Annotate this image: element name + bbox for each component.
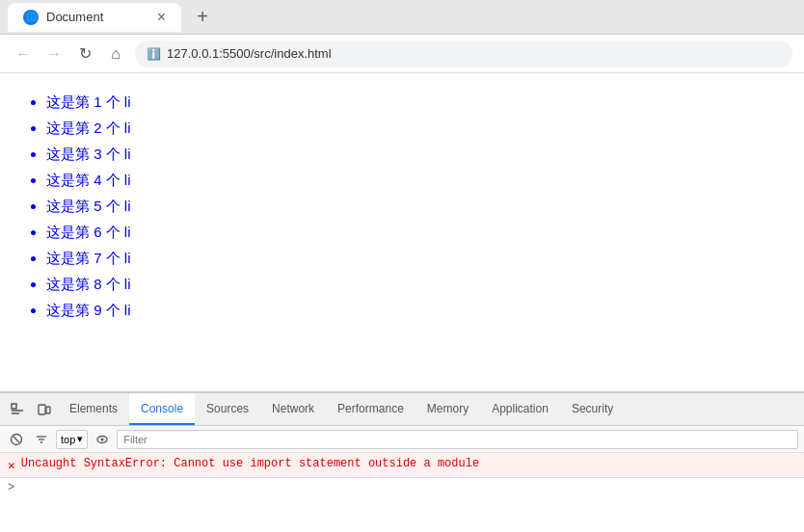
svg-point-11 xyxy=(101,438,104,440)
browser-tab[interactable]: 🌐 Document × xyxy=(8,3,181,32)
list-item: 这是第 3 个 li xyxy=(46,141,781,167)
tab-close-button[interactable]: × xyxy=(157,10,166,25)
context-selector[interactable]: top ▾ xyxy=(56,430,88,449)
eye-icon-button[interactable] xyxy=(92,429,113,450)
devtools-panel: ElementsConsoleSourcesNetworkPerformance… xyxy=(0,391,804,532)
devtools-tab-security[interactable]: Security xyxy=(560,393,625,425)
address-bar-container: ← → ↻ ⌂ ℹ️ 127.0.0.1:5500/src/index.html xyxy=(0,35,804,73)
list-item: 这是第 2 个 li xyxy=(46,115,781,141)
list-item: 这是第 6 个 li xyxy=(46,219,781,245)
svg-line-6 xyxy=(13,436,20,442)
url-bar[interactable]: ℹ️ 127.0.0.1:5500/src/index.html xyxy=(135,40,792,67)
console-error-message: ✕ Uncaught SyntaxError: Cannot use impor… xyxy=(0,453,804,478)
clear-console-button[interactable] xyxy=(6,429,27,450)
list-container: 这是第 1 个 li这是第 2 个 li这是第 3 个 li这是第 4 个 li… xyxy=(23,89,781,323)
devtools-tab-network[interactable]: Network xyxy=(260,393,326,425)
console-output: ✕ Uncaught SyntaxError: Cannot use impor… xyxy=(0,453,804,532)
tab-title: Document xyxy=(46,10,103,24)
list-item: 这是第 4 个 li xyxy=(46,167,781,193)
devtools-tab-application[interactable]: Application xyxy=(480,393,560,425)
context-label: top xyxy=(61,434,75,445)
tab-favicon-icon: 🌐 xyxy=(23,10,39,25)
new-tab-button[interactable]: + xyxy=(189,4,216,31)
ssl-lock-icon: ℹ️ xyxy=(147,47,161,61)
console-filter-input[interactable] xyxy=(117,430,798,449)
devtools-tabs: ElementsConsoleSourcesNetworkPerformance… xyxy=(58,393,800,425)
list-item: 这是第 5 个 li xyxy=(46,193,781,219)
reload-button[interactable]: ↻ xyxy=(73,42,96,66)
page-content: 这是第 1 个 li这是第 2 个 li这是第 3 个 li这是第 4 个 li… xyxy=(0,73,804,391)
console-prompt-line[interactable]: > xyxy=(0,478,804,497)
devtools-tab-elements[interactable]: Elements xyxy=(58,393,129,425)
back-button[interactable]: ← xyxy=(12,42,35,66)
devtools-tab-console[interactable]: Console xyxy=(129,393,195,425)
svg-rect-0 xyxy=(12,404,16,409)
svg-rect-4 xyxy=(46,407,50,413)
inspect-element-button[interactable] xyxy=(4,396,31,423)
console-toolbar: top ▾ xyxy=(0,426,804,453)
svg-rect-3 xyxy=(39,405,45,414)
browser-title-bar: 🌐 Document × + xyxy=(0,0,804,35)
error-text: Uncaught SyntaxError: Cannot use import … xyxy=(21,457,479,470)
devtools-toolbar: ElementsConsoleSourcesNetworkPerformance… xyxy=(0,393,804,426)
error-icon: ✕ xyxy=(8,458,15,473)
url-text: 127.0.0.1:5500/src/index.html xyxy=(167,46,332,61)
home-button[interactable]: ⌂ xyxy=(104,42,127,66)
context-dropdown-icon: ▾ xyxy=(77,433,83,445)
devtools-tab-memory[interactable]: Memory xyxy=(415,393,480,425)
list-item: 这是第 7 个 li xyxy=(46,245,781,271)
list-item: 这是第 8 个 li xyxy=(46,271,781,297)
prompt-arrow-icon: > xyxy=(8,481,14,494)
device-toolbar-button[interactable] xyxy=(31,396,58,423)
devtools-tab-sources[interactable]: Sources xyxy=(195,393,260,425)
list-item: 这是第 9 个 li xyxy=(46,297,781,323)
filter-toggle-button[interactable] xyxy=(31,429,52,450)
list-item: 这是第 1 个 li xyxy=(46,89,781,115)
forward-button[interactable]: → xyxy=(42,42,66,66)
devtools-tab-performance[interactable]: Performance xyxy=(326,393,415,425)
